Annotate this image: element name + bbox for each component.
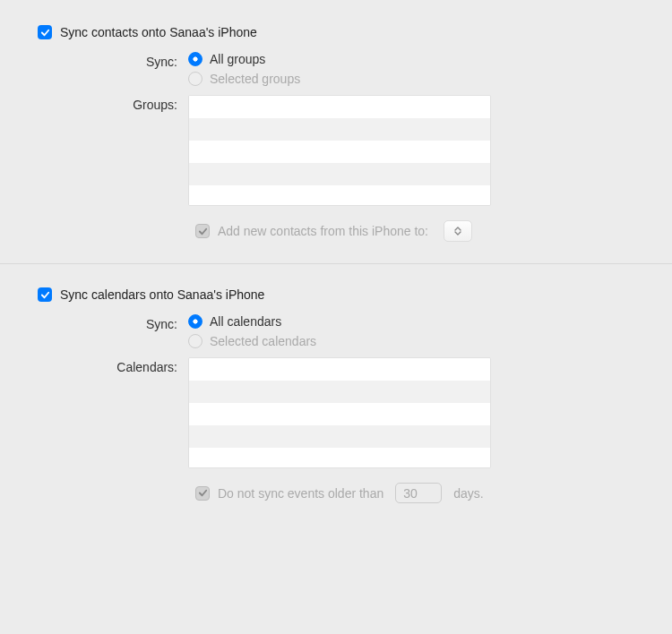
older-events-label-after: days. bbox=[453, 486, 483, 501]
contacts-sync-label: Sync: bbox=[38, 52, 188, 69]
older-events-days-input[interactable]: 30 bbox=[395, 483, 442, 503]
calendars-older-row: Do not sync events older than 30 days. bbox=[195, 483, 634, 503]
radio-selected-icon bbox=[188, 52, 202, 66]
contacts-all-groups-label: All groups bbox=[210, 52, 265, 66]
calendars-section: Sync calendars onto Sanaa's iPhone Sync:… bbox=[38, 287, 634, 523]
contacts-section: Sync contacts onto Sanaa's iPhone Sync: … bbox=[38, 25, 634, 261]
contacts-selected-groups-option[interactable]: Selected groups bbox=[188, 72, 634, 86]
sync-calendars-checkbox[interactable] bbox=[38, 287, 52, 302]
calendars-sync-row: Sync: All calendars Selected calendars bbox=[38, 314, 634, 348]
contacts-selected-groups-label: Selected groups bbox=[210, 72, 300, 86]
contacts-groups-label: Groups: bbox=[38, 95, 188, 112]
calendars-all-label: All calendars bbox=[210, 314, 281, 329]
list-item bbox=[189, 381, 490, 403]
older-events-checkbox[interactable] bbox=[195, 486, 210, 501]
radio-unselected-icon bbox=[188, 72, 202, 86]
older-events-label-before: Do not sync events older than bbox=[218, 486, 383, 501]
contacts-title: Sync contacts onto Sanaa's iPhone bbox=[60, 25, 257, 39]
calendars-sync-label: Sync: bbox=[38, 314, 188, 331]
checkmark-icon bbox=[40, 290, 50, 300]
calendars-all-option[interactable]: All calendars bbox=[188, 314, 634, 329]
checkmark-icon bbox=[198, 488, 208, 498]
chevron-down-icon bbox=[454, 231, 461, 236]
contacts-addnew-row: Add new contacts from this iPhone to: bbox=[195, 220, 634, 242]
calendars-selected-label: Selected calendars bbox=[210, 334, 316, 348]
calendars-title: Sync calendars onto Sanaa's iPhone bbox=[60, 287, 264, 302]
section-divider bbox=[0, 263, 672, 264]
list-item bbox=[189, 185, 490, 206]
calendars-header: Sync calendars onto Sanaa's iPhone bbox=[38, 287, 634, 302]
checkmark-icon bbox=[198, 227, 208, 236]
contacts-all-groups-option[interactable]: All groups bbox=[188, 52, 634, 66]
contacts-header: Sync contacts onto Sanaa's iPhone bbox=[38, 25, 634, 39]
sync-contacts-checkbox[interactable] bbox=[38, 25, 52, 39]
list-item bbox=[189, 403, 490, 425]
add-new-contacts-label: Add new contacts from this iPhone to: bbox=[218, 224, 428, 238]
list-item bbox=[189, 448, 490, 468]
list-item bbox=[189, 358, 490, 381]
radio-selected-icon bbox=[188, 314, 202, 329]
calendars-listbox[interactable] bbox=[188, 357, 491, 468]
contacts-sync-row: Sync: All groups Selected groups bbox=[38, 52, 634, 86]
calendars-list-row: Calendars: bbox=[38, 357, 634, 468]
list-item bbox=[189, 163, 490, 185]
add-new-contacts-dropdown[interactable] bbox=[444, 220, 472, 242]
list-item bbox=[189, 96, 490, 118]
contacts-groups-listbox[interactable] bbox=[188, 95, 491, 206]
calendars-sync-options: All calendars Selected calendars bbox=[188, 314, 634, 348]
contacts-groups-row: Groups: bbox=[38, 95, 634, 206]
calendars-list-label: Calendars: bbox=[38, 357, 188, 374]
checkmark-icon bbox=[40, 28, 50, 38]
list-item bbox=[189, 425, 490, 448]
calendars-selected-option[interactable]: Selected calendars bbox=[188, 334, 634, 348]
list-item bbox=[189, 118, 490, 141]
list-item bbox=[189, 141, 490, 163]
add-new-contacts-checkbox[interactable] bbox=[195, 224, 210, 238]
contacts-sync-options: All groups Selected groups bbox=[188, 52, 634, 86]
radio-unselected-icon bbox=[188, 334, 202, 348]
